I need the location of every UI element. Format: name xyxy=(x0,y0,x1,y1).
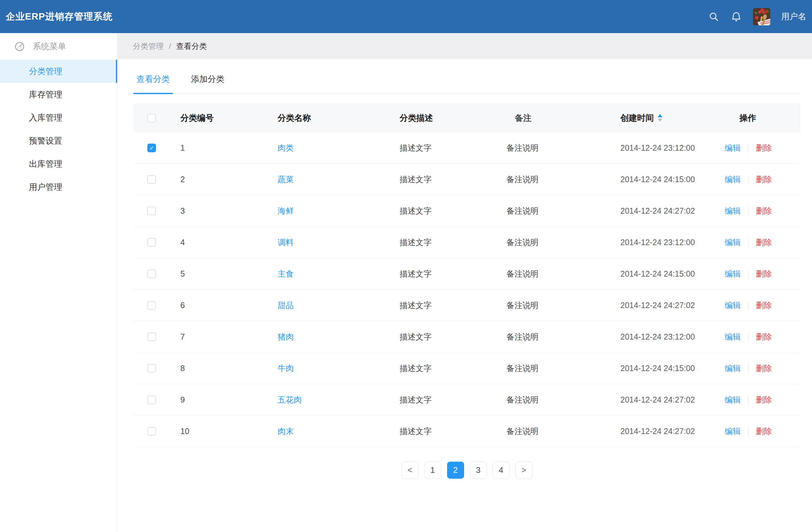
page-number: 1 xyxy=(430,465,435,475)
delete-link[interactable]: 删除 xyxy=(756,426,772,436)
delete-link[interactable]: 删除 xyxy=(756,269,772,278)
table-row: ✓ 6 甜品 描述文字 备注说明 2014-12-24 24:27:02 编辑 … xyxy=(133,290,800,321)
row-check-cell: ✓ xyxy=(133,269,170,278)
column-header-created: 创建时间 xyxy=(594,112,719,124)
delete-link[interactable]: 删除 xyxy=(756,206,772,215)
sidebar-item[interactable]: 用户管理 xyxy=(0,176,117,198)
select-all-cell: ✓ xyxy=(133,114,170,122)
edit-link[interactable]: 编辑 xyxy=(725,395,741,404)
sidebar-item-label: 预警设置 xyxy=(29,135,62,146)
delete-link[interactable]: 删除 xyxy=(756,238,772,247)
cell-category-name: 甜品 xyxy=(265,300,387,311)
row-checkbox[interactable]: ✓ xyxy=(147,175,156,184)
delete-link[interactable]: 删除 xyxy=(756,175,772,184)
cell-actions: 编辑 删除 xyxy=(719,143,800,153)
row-checkbox[interactable]: ✓ xyxy=(147,269,156,278)
edit-link[interactable]: 编辑 xyxy=(725,143,741,152)
cell-category-name: 肉末 xyxy=(265,426,387,437)
category-name-link[interactable]: 海鲜 xyxy=(278,206,294,215)
page-number: 3 xyxy=(476,465,480,475)
cell-created-time: 2014-12-24 24:27:02 xyxy=(594,395,719,404)
notification-bell-icon[interactable] xyxy=(730,11,742,23)
edit-link[interactable]: 编辑 xyxy=(725,426,741,436)
edit-link[interactable]: 编辑 xyxy=(725,238,741,247)
table-row: ✓ 9 五花肉 描述文字 备注说明 2014-12-24 24:27:02 编辑… xyxy=(133,384,800,416)
prev-page-button[interactable]: < xyxy=(402,462,419,479)
page-button[interactable]: 2 xyxy=(447,462,464,479)
category-name-link[interactable]: 猪肉 xyxy=(278,332,294,341)
edit-link[interactable]: 编辑 xyxy=(725,364,741,373)
row-checkbox[interactable]: ✓ xyxy=(147,333,156,341)
select-all-checkbox[interactable]: ✓ xyxy=(147,114,156,122)
category-name-link[interactable]: 主食 xyxy=(278,269,294,278)
next-page-button[interactable]: > xyxy=(516,462,533,479)
edit-link[interactable]: 编辑 xyxy=(725,301,741,310)
delete-link[interactable]: 删除 xyxy=(756,332,772,341)
delete-link[interactable]: 删除 xyxy=(756,395,772,404)
cell-created-time: 2014-12-24 23:12:00 xyxy=(594,238,719,247)
category-name-link[interactable]: 甜品 xyxy=(278,301,294,310)
cell-actions: 编辑 删除 xyxy=(719,206,800,216)
row-checkbox[interactable]: ✓ xyxy=(147,364,156,373)
app-title: 企业ERP进销存管理系统 xyxy=(6,10,113,23)
column-header-actions: 操作 xyxy=(719,112,800,124)
cell-category-desc: 描述文字 xyxy=(387,237,490,248)
category-name-link[interactable]: 调料 xyxy=(278,238,294,247)
cell-actions: 编辑 删除 xyxy=(719,426,800,437)
sidebar-item[interactable]: 入库管理 xyxy=(0,106,117,129)
row-check-cell: ✓ xyxy=(133,207,170,215)
action-separator xyxy=(748,176,749,184)
username[interactable]: 用户名 xyxy=(781,11,806,22)
action-separator xyxy=(748,270,749,279)
row-check-cell: ✓ xyxy=(133,175,170,184)
user-avatar[interactable] xyxy=(753,8,770,25)
main-content: 查看分类 添加分类 ✓ 分类编号 分类名称 分类描述 备注 xyxy=(117,59,812,532)
row-checkbox[interactable]: ✓ xyxy=(147,207,156,215)
sidebar-item[interactable]: 预警设置 xyxy=(0,129,117,152)
table-row: ✓ 3 海鲜 描述文字 备注说明 2014-12-24 24:27:02 编辑 … xyxy=(133,195,800,227)
breadcrumb-parent[interactable]: 分类管理 xyxy=(133,41,164,52)
category-name-link[interactable]: 肉末 xyxy=(278,426,294,436)
delete-link[interactable]: 删除 xyxy=(756,301,772,310)
page-button[interactable]: 4 xyxy=(493,462,510,479)
cell-category-name: 蔬菜 xyxy=(265,174,387,185)
table-row: ✓ 5 主食 描述文字 备注说明 2014-12-24 24:15:00 编辑 … xyxy=(133,258,800,290)
sort-icon[interactable] xyxy=(658,114,663,122)
cell-category-id: 8 xyxy=(170,364,265,373)
sidebar-item[interactable]: 出库管理 xyxy=(0,152,117,176)
category-name-link[interactable]: 肉类 xyxy=(278,143,294,152)
row-checkbox[interactable]: ✓ xyxy=(147,301,156,310)
edit-link[interactable]: 编辑 xyxy=(725,332,741,341)
cell-category-desc: 描述文字 xyxy=(387,269,490,279)
category-name-link[interactable]: 五花肉 xyxy=(278,395,302,404)
search-icon[interactable] xyxy=(708,11,720,23)
sidebar-menu-title-label: 系统菜单 xyxy=(33,41,66,52)
table-header-row: ✓ 分类编号 分类名称 分类描述 备注 创建时间 xyxy=(133,103,800,132)
delete-link[interactable]: 删除 xyxy=(756,364,772,373)
sidebar-item[interactable]: 库存管理 xyxy=(0,83,117,106)
cell-note: 备注说明 xyxy=(490,394,594,405)
edit-link[interactable]: 编辑 xyxy=(725,269,741,278)
edit-link[interactable]: 编辑 xyxy=(725,206,741,215)
category-name-link[interactable]: 牛肉 xyxy=(278,364,294,373)
table-row: ✓ 4 调料 描述文字 备注说明 2014-12-24 23:12:00 编辑 … xyxy=(133,227,800,258)
delete-link[interactable]: 删除 xyxy=(756,143,772,152)
page-button[interactable]: 1 xyxy=(424,462,441,479)
cell-actions: 编辑 删除 xyxy=(719,269,800,279)
tab[interactable]: 查看分类 xyxy=(133,69,173,94)
action-separator xyxy=(748,144,749,153)
cell-note: 备注说明 xyxy=(490,426,594,437)
page-button[interactable]: 3 xyxy=(470,462,487,479)
row-checkbox[interactable]: ✓ xyxy=(147,238,156,247)
sidebar-item[interactable]: 分类管理 xyxy=(0,60,117,83)
category-name-link[interactable]: 蔬菜 xyxy=(278,175,294,184)
cell-note: 备注说明 xyxy=(490,143,594,153)
edit-link[interactable]: 编辑 xyxy=(725,175,741,184)
sidebar-item-label: 出库管理 xyxy=(29,158,62,170)
column-header-desc: 分类描述 xyxy=(387,112,490,124)
cell-category-desc: 描述文字 xyxy=(387,174,490,185)
row-checkbox[interactable]: ✓ xyxy=(147,427,156,436)
tab[interactable]: 添加分类 xyxy=(188,69,228,94)
row-checkbox[interactable]: ✓ xyxy=(147,144,156,152)
row-checkbox[interactable]: ✓ xyxy=(147,395,156,404)
